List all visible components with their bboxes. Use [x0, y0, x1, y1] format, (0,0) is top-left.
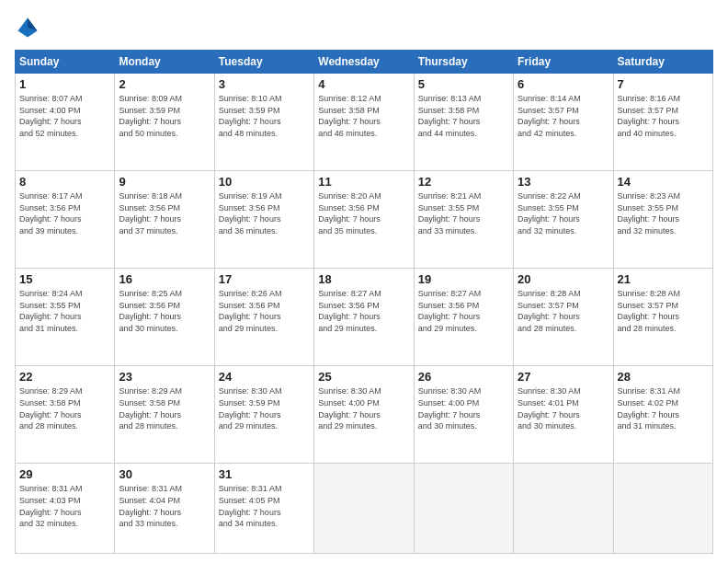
- day-info: Sunrise: 8:10 AM Sunset: 3:59 PM Dayligh…: [219, 93, 310, 139]
- calendar-cell: [613, 464, 712, 554]
- day-number: 17: [219, 272, 310, 286]
- day-number: 25: [318, 370, 409, 384]
- calendar-cell: 1Sunrise: 8:07 AM Sunset: 4:00 PM Daylig…: [16, 74, 115, 171]
- day-number: 24: [219, 370, 310, 384]
- day-number: 2: [119, 77, 210, 91]
- calendar-cell: [514, 464, 613, 554]
- day-info: Sunrise: 8:28 AM Sunset: 3:57 PM Dayligh…: [518, 288, 609, 334]
- logo-icon: [15, 15, 40, 40]
- calendar-cell: 14Sunrise: 8:23 AM Sunset: 3:55 PM Dayli…: [613, 171, 712, 269]
- calendar-cell: 21Sunrise: 8:28 AM Sunset: 3:57 PM Dayli…: [613, 269, 712, 366]
- day-info: Sunrise: 8:27 AM Sunset: 3:56 PM Dayligh…: [418, 288, 509, 334]
- day-number: 4: [318, 77, 409, 91]
- weekday-header: Friday: [514, 51, 613, 74]
- day-info: Sunrise: 8:27 AM Sunset: 3:56 PM Dayligh…: [318, 288, 409, 334]
- day-info: Sunrise: 8:30 AM Sunset: 4:01 PM Dayligh…: [518, 385, 609, 431]
- calendar-cell: [414, 464, 513, 554]
- calendar-cell: 8Sunrise: 8:17 AM Sunset: 3:56 PM Daylig…: [16, 171, 115, 269]
- day-info: Sunrise: 8:26 AM Sunset: 3:56 PM Dayligh…: [219, 288, 310, 334]
- day-number: 28: [618, 370, 709, 384]
- day-info: Sunrise: 8:30 AM Sunset: 4:00 PM Dayligh…: [418, 385, 509, 431]
- day-info: Sunrise: 8:31 AM Sunset: 4:03 PM Dayligh…: [19, 483, 110, 529]
- calendar-cell: 7Sunrise: 8:16 AM Sunset: 3:57 PM Daylig…: [613, 74, 712, 171]
- day-number: 27: [518, 370, 609, 384]
- calendar-cell: 27Sunrise: 8:30 AM Sunset: 4:01 PM Dayli…: [514, 366, 613, 464]
- calendar-cell: 18Sunrise: 8:27 AM Sunset: 3:56 PM Dayli…: [314, 269, 414, 366]
- weekday-header: Saturday: [613, 51, 712, 74]
- day-number: 30: [119, 467, 210, 481]
- calendar-cell: 26Sunrise: 8:30 AM Sunset: 4:00 PM Dayli…: [414, 366, 513, 464]
- day-info: Sunrise: 8:31 AM Sunset: 4:05 PM Dayligh…: [219, 483, 310, 529]
- calendar-cell: 4Sunrise: 8:12 AM Sunset: 3:58 PM Daylig…: [314, 74, 414, 171]
- day-number: 6: [518, 77, 609, 91]
- calendar-cell: 16Sunrise: 8:25 AM Sunset: 3:56 PM Dayli…: [115, 269, 214, 366]
- day-number: 15: [19, 272, 110, 286]
- weekday-header: Monday: [115, 51, 214, 74]
- day-info: Sunrise: 8:29 AM Sunset: 3:58 PM Dayligh…: [19, 385, 110, 431]
- weekday-header: Thursday: [414, 51, 513, 74]
- calendar-cell: [314, 464, 414, 554]
- calendar-cell: 23Sunrise: 8:29 AM Sunset: 3:58 PM Dayli…: [115, 366, 214, 464]
- day-info: Sunrise: 8:12 AM Sunset: 3:58 PM Dayligh…: [318, 93, 409, 139]
- day-number: 18: [318, 272, 409, 286]
- calendar-cell: 6Sunrise: 8:14 AM Sunset: 3:57 PM Daylig…: [514, 74, 613, 171]
- calendar-cell: 31Sunrise: 8:31 AM Sunset: 4:05 PM Dayli…: [214, 464, 313, 554]
- day-number: 5: [418, 77, 509, 91]
- day-number: 3: [219, 77, 310, 91]
- calendar-cell: 9Sunrise: 8:18 AM Sunset: 3:56 PM Daylig…: [115, 171, 214, 269]
- day-info: Sunrise: 8:22 AM Sunset: 3:55 PM Dayligh…: [518, 190, 609, 236]
- calendar-cell: 28Sunrise: 8:31 AM Sunset: 4:02 PM Dayli…: [613, 366, 712, 464]
- day-number: 14: [618, 175, 709, 189]
- day-number: 31: [219, 467, 310, 481]
- calendar-cell: 15Sunrise: 8:24 AM Sunset: 3:55 PM Dayli…: [16, 269, 115, 366]
- calendar-cell: 20Sunrise: 8:28 AM Sunset: 3:57 PM Dayli…: [514, 269, 613, 366]
- day-info: Sunrise: 8:09 AM Sunset: 3:59 PM Dayligh…: [119, 93, 210, 139]
- day-info: Sunrise: 8:30 AM Sunset: 3:59 PM Dayligh…: [219, 385, 310, 431]
- day-info: Sunrise: 8:25 AM Sunset: 3:56 PM Dayligh…: [119, 288, 210, 334]
- day-info: Sunrise: 8:18 AM Sunset: 3:56 PM Dayligh…: [119, 190, 210, 236]
- day-info: Sunrise: 8:31 AM Sunset: 4:02 PM Dayligh…: [618, 385, 709, 431]
- calendar-cell: 2Sunrise: 8:09 AM Sunset: 3:59 PM Daylig…: [115, 74, 214, 171]
- day-number: 11: [318, 175, 409, 189]
- calendar-cell: 29Sunrise: 8:31 AM Sunset: 4:03 PM Dayli…: [16, 464, 115, 554]
- day-info: Sunrise: 8:17 AM Sunset: 3:56 PM Dayligh…: [19, 190, 110, 236]
- day-number: 13: [518, 175, 609, 189]
- day-number: 7: [618, 77, 709, 91]
- calendar-cell: 5Sunrise: 8:13 AM Sunset: 3:58 PM Daylig…: [414, 74, 513, 171]
- calendar-cell: 30Sunrise: 8:31 AM Sunset: 4:04 PM Dayli…: [115, 464, 214, 554]
- day-number: 26: [418, 370, 509, 384]
- day-info: Sunrise: 8:14 AM Sunset: 3:57 PM Dayligh…: [518, 93, 609, 139]
- day-number: 12: [418, 175, 509, 189]
- day-info: Sunrise: 8:21 AM Sunset: 3:55 PM Dayligh…: [418, 190, 509, 236]
- day-number: 22: [19, 370, 110, 384]
- day-info: Sunrise: 8:23 AM Sunset: 3:55 PM Dayligh…: [618, 190, 709, 236]
- calendar-cell: 25Sunrise: 8:30 AM Sunset: 4:00 PM Dayli…: [314, 366, 414, 464]
- weekday-header: Wednesday: [314, 51, 414, 74]
- day-number: 19: [418, 272, 509, 286]
- weekday-header: Tuesday: [214, 51, 313, 74]
- logo: [15, 15, 44, 40]
- day-info: Sunrise: 8:29 AM Sunset: 3:58 PM Dayligh…: [119, 385, 210, 431]
- page: SundayMondayTuesdayWednesdayThursdayFrid…: [0, 0, 728, 563]
- calendar-cell: 13Sunrise: 8:22 AM Sunset: 3:55 PM Dayli…: [514, 171, 613, 269]
- day-number: 8: [19, 175, 110, 189]
- calendar-cell: 17Sunrise: 8:26 AM Sunset: 3:56 PM Dayli…: [214, 269, 313, 366]
- day-number: 20: [518, 272, 609, 286]
- day-info: Sunrise: 8:20 AM Sunset: 3:56 PM Dayligh…: [318, 190, 409, 236]
- day-number: 1: [19, 77, 110, 91]
- day-number: 16: [119, 272, 210, 286]
- calendar-cell: 11Sunrise: 8:20 AM Sunset: 3:56 PM Dayli…: [314, 171, 414, 269]
- day-info: Sunrise: 8:28 AM Sunset: 3:57 PM Dayligh…: [618, 288, 709, 334]
- day-number: 23: [119, 370, 210, 384]
- calendar-cell: 24Sunrise: 8:30 AM Sunset: 3:59 PM Dayli…: [214, 366, 313, 464]
- day-info: Sunrise: 8:13 AM Sunset: 3:58 PM Dayligh…: [418, 93, 509, 139]
- weekday-header: Sunday: [16, 51, 115, 74]
- day-info: Sunrise: 8:16 AM Sunset: 3:57 PM Dayligh…: [618, 93, 709, 139]
- calendar-cell: 19Sunrise: 8:27 AM Sunset: 3:56 PM Dayli…: [414, 269, 513, 366]
- day-info: Sunrise: 8:30 AM Sunset: 4:00 PM Dayligh…: [318, 385, 409, 431]
- calendar-cell: 12Sunrise: 8:21 AM Sunset: 3:55 PM Dayli…: [414, 171, 513, 269]
- day-info: Sunrise: 8:07 AM Sunset: 4:00 PM Dayligh…: [19, 93, 110, 139]
- calendar-cell: 3Sunrise: 8:10 AM Sunset: 3:59 PM Daylig…: [214, 74, 313, 171]
- day-info: Sunrise: 8:31 AM Sunset: 4:04 PM Dayligh…: [119, 483, 210, 529]
- day-number: 10: [219, 175, 310, 189]
